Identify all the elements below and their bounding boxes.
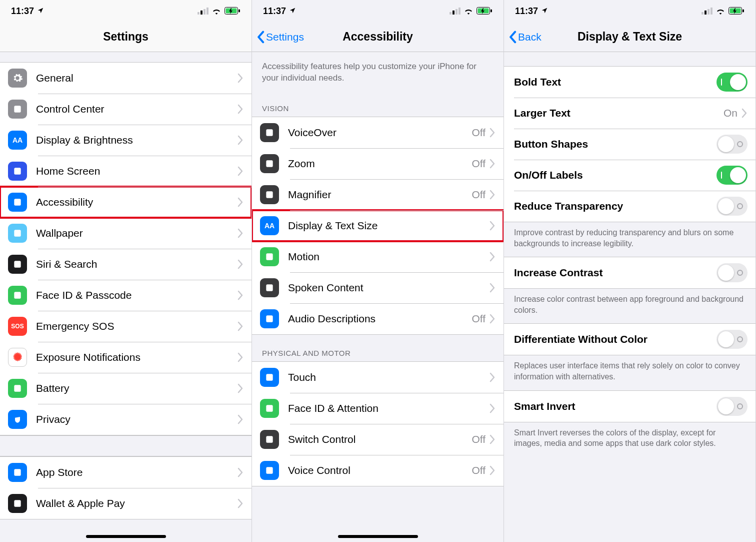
home-indicator xyxy=(338,535,418,538)
row-accessibility[interactable]: Accessibility xyxy=(0,187,252,218)
back-label: Settings xyxy=(266,31,304,43)
chevron-right-icon xyxy=(490,159,496,169)
status-indicators xyxy=(702,7,744,15)
row-icon xyxy=(8,494,27,513)
toggle-switch[interactable] xyxy=(716,330,748,349)
row-switch-control[interactable]: Switch ControlOff xyxy=(252,424,504,455)
row-button-shapes[interactable]: Button Shapes xyxy=(504,129,756,160)
row-magnifier[interactable]: MagnifierOff xyxy=(252,179,504,210)
chevron-right-icon xyxy=(238,228,244,238)
row-label: Voice Control xyxy=(288,464,472,476)
row-face-id-attention[interactable]: Face ID & Attention xyxy=(252,393,504,424)
battery-charging-icon xyxy=(476,7,492,15)
toggle-switch[interactable] xyxy=(716,166,748,185)
display-text-list-3: Differentiate Without Color xyxy=(504,323,756,355)
footer-reduce-transparency: Improve contrast by reducing transparenc… xyxy=(504,222,756,257)
row-larger-text[interactable]: Larger TextOn xyxy=(504,98,756,129)
row-on-off-labels[interactable]: On/Off Labels xyxy=(504,160,756,191)
svg-rect-26 xyxy=(266,253,272,260)
row-label: Bold Text xyxy=(514,76,716,88)
chevron-right-icon xyxy=(490,128,496,138)
row-icon xyxy=(8,69,27,88)
chevron-right-icon xyxy=(238,352,244,362)
row-increase-contrast[interactable]: Increase Contrast xyxy=(504,257,756,288)
row-label: Spoken Content xyxy=(288,282,490,294)
chevron-right-icon xyxy=(238,467,244,477)
row-voice-control[interactable]: Voice ControlOff xyxy=(252,455,504,486)
row-icon xyxy=(8,379,27,398)
back-button[interactable]: Settings xyxy=(256,31,304,44)
toggle-switch[interactable] xyxy=(716,397,748,416)
row-label: Display & Brightness xyxy=(36,134,238,146)
nav-bar: Settings xyxy=(0,22,252,52)
row-icon xyxy=(8,286,27,305)
nav-bar: Settings Accessibility xyxy=(252,22,504,52)
row-value: On xyxy=(724,107,738,119)
row-label: Privacy xyxy=(36,413,238,425)
svg-rect-27 xyxy=(266,284,272,291)
wifi-icon xyxy=(716,8,726,15)
row-battery[interactable]: Battery xyxy=(0,373,252,404)
row-smart-invert[interactable]: Smart Invert xyxy=(504,391,756,422)
row-app-store[interactable]: App Store xyxy=(0,457,252,488)
row-bold-text[interactable]: Bold Text xyxy=(504,67,756,98)
row-icon xyxy=(260,399,279,418)
row-motion[interactable]: Motion xyxy=(252,241,504,272)
svg-rect-25 xyxy=(266,191,272,198)
row-home-screen[interactable]: Home Screen xyxy=(0,156,252,187)
row-icon xyxy=(260,247,279,266)
row-display-brightness[interactable]: AADisplay & Brightness xyxy=(0,125,252,156)
row-voiceover[interactable]: VoiceOverOff xyxy=(252,117,504,148)
row-siri-search[interactable]: Siri & Search xyxy=(0,249,252,280)
svg-rect-39 xyxy=(742,10,744,13)
chevron-right-icon xyxy=(238,104,244,114)
row-privacy[interactable]: Privacy xyxy=(0,404,252,435)
chevron-right-icon xyxy=(238,166,244,176)
row-display-text-size[interactable]: AADisplay & Text Size xyxy=(252,210,504,241)
row-zoom[interactable]: ZoomOff xyxy=(252,148,504,179)
chevron-right-icon xyxy=(490,403,496,413)
row-wallet-apple-pay[interactable]: Wallet & Apple Pay xyxy=(0,488,252,519)
row-touch[interactable]: Touch xyxy=(252,362,504,393)
svg-rect-30 xyxy=(266,405,272,411)
back-button[interactable]: Back xyxy=(508,31,542,44)
row-label: Face ID & Passcode xyxy=(36,289,238,301)
row-icon xyxy=(260,309,279,328)
svg-rect-9 xyxy=(14,199,20,205)
row-label: Display & Text Size xyxy=(288,220,490,232)
row-icon: AA xyxy=(260,216,279,235)
chevron-right-icon xyxy=(490,372,496,382)
toggle-switch[interactable] xyxy=(716,135,748,154)
toggle-switch[interactable] xyxy=(716,73,748,92)
row-value: Off xyxy=(472,464,486,476)
svg-rect-18 xyxy=(456,9,458,15)
row-differentiate-without-color[interactable]: Differentiate Without Color xyxy=(504,324,756,355)
row-label: Accessibility xyxy=(36,196,238,208)
status-indicators xyxy=(198,7,240,15)
row-face-id-passcode[interactable]: Face ID & Passcode xyxy=(0,280,252,311)
svg-rect-10 xyxy=(14,230,20,236)
status-indicators xyxy=(450,7,492,15)
toggle-switch[interactable] xyxy=(716,263,748,282)
wifi-icon xyxy=(464,8,474,15)
row-label: Wallet & Apple Pay xyxy=(36,497,238,509)
home-indicator xyxy=(86,535,166,538)
screen-settings: 11:37 Settings GeneralControl CenterAADi… xyxy=(0,0,252,542)
settings-list-apps: App StoreWallet & Apple Pay xyxy=(0,456,252,519)
row-reduce-transparency[interactable]: Reduce Transparency xyxy=(504,191,756,222)
row-spoken-content[interactable]: Spoken Content xyxy=(252,272,504,303)
chevron-right-icon xyxy=(238,498,244,508)
row-icon xyxy=(260,430,279,449)
row-label: Magnifier xyxy=(288,189,472,201)
row-exposure-notifications[interactable]: ✺Exposure Notifications xyxy=(0,342,252,373)
chevron-right-icon xyxy=(490,434,496,444)
row-control-center[interactable]: Control Center xyxy=(0,94,252,125)
row-emergency-sos[interactable]: SOSEmergency SOS xyxy=(0,311,252,342)
row-general[interactable]: General xyxy=(0,63,252,94)
row-audio-descriptions[interactable]: Audio DescriptionsOff xyxy=(252,303,504,334)
row-wallpaper[interactable]: Wallpaper xyxy=(0,218,252,249)
chevron-right-icon xyxy=(238,290,244,300)
status-time: 11:37 xyxy=(11,6,34,17)
row-icon xyxy=(8,162,27,181)
toggle-switch[interactable] xyxy=(716,197,748,216)
